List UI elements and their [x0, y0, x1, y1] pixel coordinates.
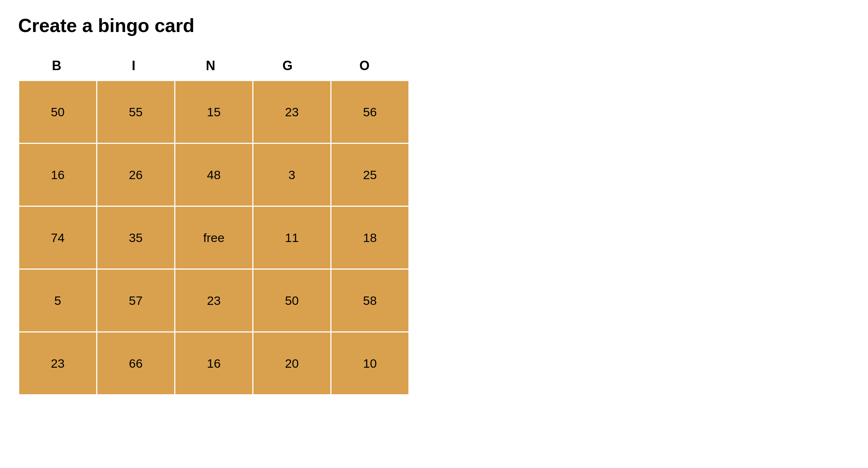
bingo-cell-17[interactable]: 23 — [175, 270, 252, 331]
column-header-g: G — [249, 55, 326, 80]
bingo-cell-13[interactable]: 11 — [253, 207, 330, 269]
bingo-cell-11[interactable]: 35 — [97, 207, 174, 269]
bingo-cell-19[interactable]: 58 — [331, 270, 408, 331]
bingo-cell-14[interactable]: 18 — [331, 207, 408, 269]
bingo-cell-5[interactable]: 16 — [19, 144, 96, 206]
bingo-column-headers: BINGO — [18, 55, 409, 80]
bingo-cell-12[interactable]: free — [175, 207, 252, 269]
column-header-n: N — [172, 55, 249, 80]
bingo-cell-2[interactable]: 15 — [175, 81, 252, 143]
column-header-i: I — [95, 55, 172, 80]
bingo-cell-3[interactable]: 23 — [253, 81, 330, 143]
bingo-cell-8[interactable]: 3 — [253, 144, 330, 206]
bingo-cell-23[interactable]: 20 — [253, 332, 330, 394]
bingo-grid: 50551523561626483257435free1118557235058… — [18, 80, 409, 395]
bingo-cell-20[interactable]: 23 — [19, 332, 96, 394]
bingo-cell-18[interactable]: 50 — [253, 270, 330, 331]
bingo-card: BINGO 50551523561626483257435free1118557… — [18, 55, 409, 395]
page-title: Create a bingo card — [18, 15, 850, 36]
bingo-cell-4[interactable]: 56 — [331, 81, 408, 143]
bingo-cell-21[interactable]: 66 — [97, 332, 174, 394]
bingo-cell-22[interactable]: 16 — [175, 332, 252, 394]
bingo-cell-16[interactable]: 57 — [97, 270, 174, 331]
bingo-cell-10[interactable]: 74 — [19, 207, 96, 269]
bingo-cell-24[interactable]: 10 — [331, 332, 408, 394]
bingo-cell-15[interactable]: 5 — [19, 270, 96, 331]
column-header-b: B — [18, 55, 95, 80]
bingo-cell-7[interactable]: 48 — [175, 144, 252, 206]
bingo-cell-1[interactable]: 55 — [97, 81, 174, 143]
bingo-cell-6[interactable]: 26 — [97, 144, 174, 206]
column-header-o: O — [326, 55, 403, 80]
bingo-cell-9[interactable]: 25 — [331, 144, 408, 206]
bingo-cell-0[interactable]: 50 — [19, 81, 96, 143]
